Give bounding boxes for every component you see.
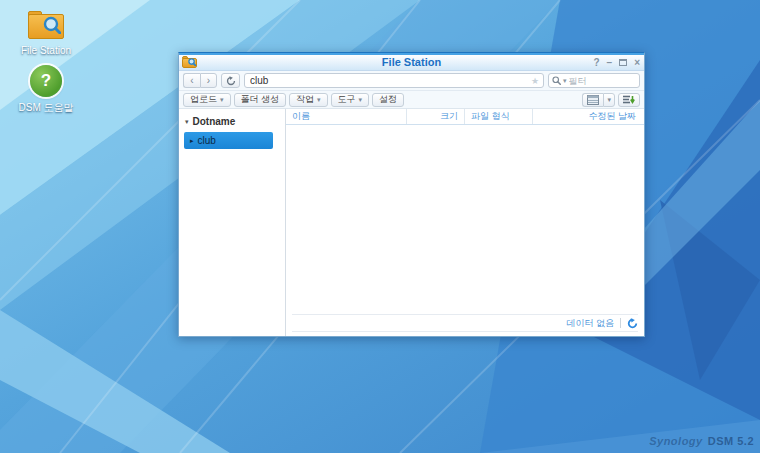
search-box[interactable]: ▾: [548, 73, 640, 88]
view-mode-menu-button[interactable]: ▾: [603, 93, 615, 107]
favorite-star-icon[interactable]: ★: [531, 76, 539, 86]
table-header-row: 이름 크기 파일 형식 수정된 날짜: [286, 109, 644, 125]
refresh-button[interactable]: [221, 73, 240, 88]
column-header-size[interactable]: 크기: [406, 109, 464, 124]
file-station-app-icon: [182, 56, 197, 68]
view-mode-button[interactable]: [582, 93, 603, 107]
tree-item-label: club: [198, 135, 216, 146]
desktop-icon-label: File Station: [8, 45, 84, 56]
tree-root-dotname[interactable]: ▾ Dotname: [179, 113, 285, 130]
file-station-folder-icon: [8, 8, 84, 42]
column-header-name[interactable]: 이름: [286, 109, 406, 124]
back-icon: ‹: [190, 75, 193, 86]
settings-button[interactable]: 설정: [372, 93, 404, 107]
chevron-down-icon: ▾: [317, 96, 321, 104]
chevron-down-icon: ▾: [220, 96, 224, 104]
help-question-icon: ?: [8, 64, 84, 98]
upload-button[interactable]: 업로드 ▾: [183, 93, 231, 107]
forward-button[interactable]: ›: [200, 73, 217, 88]
watermark-version: DSM 5.2: [708, 435, 754, 447]
create-folder-button[interactable]: 폴더 생성: [234, 93, 287, 107]
address-input[interactable]: [245, 74, 543, 87]
action-button[interactable]: 작업 ▾: [289, 93, 328, 107]
help-button[interactable]: ?: [593, 55, 599, 70]
navigation-bar: ‹ › ★ ▾: [179, 71, 644, 91]
desktop-icon-file-station[interactable]: File Station: [8, 8, 84, 56]
close-button[interactable]: ×: [634, 55, 640, 70]
watermark-brand: Synology: [649, 435, 703, 447]
tree-root-label: Dotname: [193, 116, 236, 127]
chevron-right-icon: ▸: [190, 137, 194, 145]
column-header-modified-date[interactable]: 수정된 날짜: [532, 109, 644, 124]
sort-icon: [623, 95, 635, 105]
refresh-icon: [627, 318, 638, 329]
minimize-button[interactable]: –: [607, 55, 613, 70]
search-scope-caret-icon[interactable]: ▾: [563, 77, 567, 85]
empty-status-text: 데이터 없음: [566, 317, 614, 330]
address-bar[interactable]: ★: [244, 73, 544, 88]
column-header-file-type[interactable]: 파일 형식: [464, 109, 532, 124]
desktop-icon-dsm-help[interactable]: ? DSM 도움말: [8, 64, 84, 115]
search-icon: [552, 76, 561, 85]
maximize-button[interactable]: [619, 55, 627, 70]
chevron-down-icon: ▾: [607, 96, 611, 104]
chevron-down-icon: ▾: [359, 96, 363, 104]
list-view-icon: [587, 95, 599, 105]
folder-tree-sidebar: ▾ Dotname ▸ club: [179, 109, 286, 336]
file-list-pane: 이름 크기 파일 형식 수정된 날짜 데이터 없음: [286, 109, 644, 336]
chevron-down-icon: ▾: [185, 118, 189, 126]
file-station-window: File Station ? – × ‹ › ★ ▾ 업로드 ▾: [178, 52, 645, 337]
window-title: File Station: [179, 55, 644, 70]
refresh-icon: [226, 76, 236, 86]
sort-button[interactable]: [618, 93, 640, 107]
search-input[interactable]: [569, 76, 636, 86]
desktop-icon-label: DSM 도움말: [8, 101, 84, 115]
toolbar: 업로드 ▾ 폴더 생성 작업 ▾ 도구 ▾ 설정 ▾: [179, 91, 644, 109]
status-bar: 데이터 없음: [292, 314, 638, 332]
file-list-empty-area[interactable]: [286, 125, 644, 314]
status-refresh-button[interactable]: [627, 318, 638, 329]
tree-item-club[interactable]: ▸ club: [184, 132, 273, 149]
maximize-icon: [619, 59, 627, 66]
magnifier-icon: [43, 16, 61, 34]
tools-button[interactable]: 도구 ▾: [331, 93, 370, 107]
dsm-watermark: Synology DSM 5.2: [649, 435, 754, 447]
back-button[interactable]: ‹: [183, 73, 200, 88]
window-titlebar[interactable]: File Station ? – ×: [179, 53, 644, 71]
forward-icon: ›: [207, 75, 210, 86]
status-divider: [620, 318, 621, 328]
